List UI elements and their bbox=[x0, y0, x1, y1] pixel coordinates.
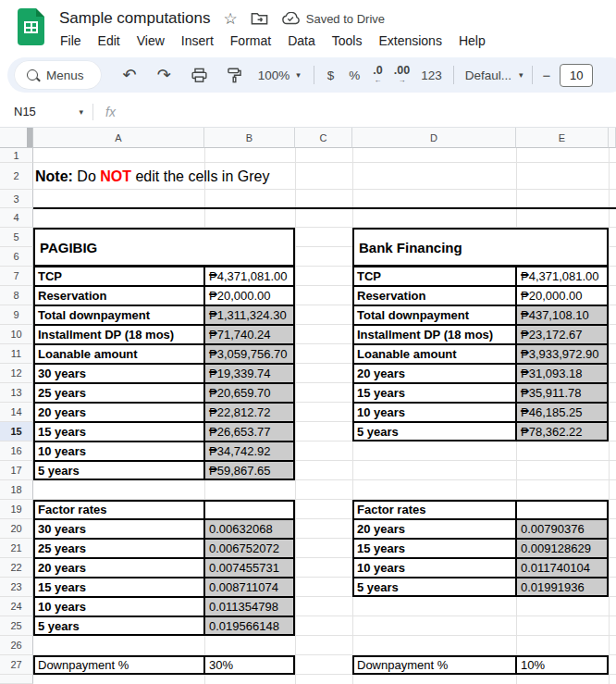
row-header-partial[interactable] bbox=[0, 675, 33, 684]
cell-E7[interactable]: ₱4,371,081.00 bbox=[516, 267, 609, 286]
row-header-9[interactable]: 9 bbox=[0, 305, 33, 325]
row-header-16[interactable]: 16 bbox=[0, 441, 33, 461]
saved-status[interactable]: Saved to Drive bbox=[281, 12, 385, 26]
cell-A16[interactable]: 10 years bbox=[33, 441, 204, 461]
row-header-8[interactable]: 8 bbox=[0, 286, 33, 305]
name-box[interactable]: N15 ▾ bbox=[0, 105, 92, 118]
row-header-23[interactable]: 23 bbox=[0, 578, 33, 597]
factor_rates_pagibig-title[interactable]: Factor rates bbox=[33, 500, 204, 519]
cell-B14[interactable]: ₱22,812.72 bbox=[204, 403, 295, 422]
column-header-B[interactable]: B bbox=[204, 128, 295, 148]
paint-format-button[interactable] bbox=[228, 68, 241, 83]
row-header-24[interactable]: 24 bbox=[0, 597, 33, 616]
column-header-A[interactable]: A bbox=[33, 128, 204, 148]
row-header-19[interactable]: 19 bbox=[0, 500, 33, 519]
cell-B19[interactable] bbox=[204, 500, 295, 519]
cell-E15[interactable]: ₱78,362.22 bbox=[516, 422, 609, 441]
cell-D15[interactable]: 5 years bbox=[352, 422, 516, 441]
cell-D13[interactable]: 15 years bbox=[352, 383, 516, 403]
cell-E22[interactable]: 0.011740104 bbox=[516, 558, 609, 578]
cell-B16[interactable]: ₱34,742.92 bbox=[204, 441, 295, 461]
cell-D10[interactable]: Installment DP (18 mos) bbox=[352, 325, 516, 344]
pagibig-table-title[interactable]: PAGIBIG bbox=[33, 228, 295, 267]
cell-E9[interactable]: ₱437,108.10 bbox=[516, 305, 609, 325]
cell-D11[interactable]: Loanable amount bbox=[352, 344, 516, 364]
cell-A8[interactable]: Reservation bbox=[33, 286, 204, 305]
row-header-5[interactable]: 5 bbox=[0, 228, 33, 247]
cell-D22[interactable]: 10 years bbox=[352, 558, 516, 578]
row-header-2[interactable]: 2 bbox=[0, 163, 33, 190]
row-header-13[interactable]: 13 bbox=[0, 383, 33, 403]
undo-button[interactable]: ↶ bbox=[123, 67, 137, 83]
menu-insert[interactable]: Insert bbox=[173, 31, 222, 51]
cell-B21[interactable]: 0.006752072 bbox=[204, 539, 295, 558]
font-size-input[interactable]: 10 bbox=[560, 64, 593, 87]
cell-B17[interactable]: ₱59,867.65 bbox=[204, 461, 295, 480]
cell-D21[interactable]: 15 years bbox=[352, 539, 516, 558]
menu-tools[interactable]: Tools bbox=[324, 31, 371, 51]
row-header-10[interactable]: 10 bbox=[0, 325, 33, 344]
format-currency-button[interactable]: $ bbox=[327, 68, 335, 82]
factor_rates_bank-title[interactable]: Factor rates bbox=[352, 500, 516, 519]
row-header-14[interactable]: 14 bbox=[0, 403, 33, 422]
cell-A20[interactable]: 30 years bbox=[33, 519, 204, 539]
cell-A27[interactable]: Downpayment % bbox=[33, 655, 204, 675]
print-button[interactable] bbox=[191, 68, 207, 83]
sheets-logo-icon[interactable] bbox=[18, 8, 44, 45]
cell-E10[interactable]: ₱23,172.67 bbox=[516, 325, 609, 344]
increase-decimal-button[interactable]: .00→ bbox=[394, 67, 410, 84]
decrease-font-size-button[interactable]: − bbox=[542, 68, 550, 83]
more-formats-button[interactable]: 123 bbox=[421, 68, 442, 82]
menu-view[interactable]: View bbox=[129, 31, 173, 51]
cell-A22[interactable]: 20 years bbox=[33, 558, 204, 578]
row-header-26[interactable]: 26 bbox=[0, 636, 33, 655]
move-to-folder-icon[interactable] bbox=[251, 11, 268, 26]
cell-B27[interactable]: 30% bbox=[204, 655, 295, 675]
column-header-f-sliver[interactable] bbox=[609, 128, 616, 148]
row-header-20[interactable]: 20 bbox=[0, 519, 33, 539]
cell-D27[interactable]: Downpayment % bbox=[352, 655, 516, 675]
cell-E20[interactable]: 0.00790376 bbox=[516, 519, 609, 539]
cell-D7[interactable]: TCP bbox=[352, 267, 516, 286]
cell-D14[interactable]: 10 years bbox=[352, 403, 516, 422]
menu-data[interactable]: Data bbox=[279, 31, 324, 51]
cell-B23[interactable]: 0.008711074 bbox=[204, 578, 295, 597]
cell-D23[interactable]: 5 years bbox=[352, 578, 516, 597]
column-header-C[interactable]: C bbox=[295, 128, 352, 148]
cell-B9[interactable]: ₱1,311,324.30 bbox=[204, 305, 295, 325]
cell-E14[interactable]: ₱46,185.25 bbox=[516, 403, 609, 422]
menu-help[interactable]: Help bbox=[450, 31, 494, 51]
cell-B11[interactable]: ₱3,059,756.70 bbox=[204, 344, 295, 364]
document-title[interactable]: Sample computations bbox=[59, 9, 210, 28]
cell-E13[interactable]: ₱35,911.78 bbox=[516, 383, 609, 403]
cell-A11[interactable]: Loanable amount bbox=[33, 344, 204, 364]
menu-format[interactable]: Format bbox=[222, 31, 279, 51]
cell-E23[interactable]: 0.01991936 bbox=[516, 578, 609, 597]
decrease-decimal-button[interactable]: .0← bbox=[373, 67, 382, 84]
row-header-22[interactable]: 22 bbox=[0, 558, 33, 578]
column-header-D[interactable]: D bbox=[352, 128, 516, 148]
cell-B22[interactable]: 0.007455731 bbox=[204, 558, 295, 578]
cell-A10[interactable]: Installment DP (18 mos) bbox=[33, 325, 204, 344]
menu-file[interactable]: File bbox=[52, 31, 90, 51]
cell-A12[interactable]: 30 years bbox=[33, 364, 204, 383]
row-header-3[interactable]: 3 bbox=[0, 190, 33, 208]
menus-search-button[interactable]: Menus bbox=[15, 61, 101, 89]
row-header-11[interactable]: 11 bbox=[0, 344, 33, 364]
cell-E8[interactable]: ₱20,000.00 bbox=[516, 286, 609, 305]
row-header-27[interactable]: 27 bbox=[0, 655, 33, 675]
cell-A13[interactable]: 25 years bbox=[33, 383, 204, 403]
row-header-18[interactable]: 18 bbox=[0, 480, 33, 500]
star-icon[interactable]: ☆ bbox=[223, 11, 237, 27]
cell-D20[interactable]: 20 years bbox=[352, 519, 516, 539]
cell-B7[interactable]: ₱4,371,081.00 bbox=[204, 267, 295, 286]
cell-D12[interactable]: 20 years bbox=[352, 364, 516, 383]
cell-A23[interactable]: 15 years bbox=[33, 578, 204, 597]
cell-A25[interactable]: 5 years bbox=[33, 616, 204, 636]
row-header-1[interactable]: 1 bbox=[0, 148, 33, 163]
cell-E21[interactable]: 0.009128629 bbox=[516, 539, 609, 558]
menu-edit[interactable]: Edit bbox=[90, 31, 129, 51]
row-header-17[interactable]: 17 bbox=[0, 461, 33, 480]
cell-D9[interactable]: Total downpayment bbox=[352, 305, 516, 325]
cell-B13[interactable]: ₱20,659.70 bbox=[204, 383, 295, 403]
